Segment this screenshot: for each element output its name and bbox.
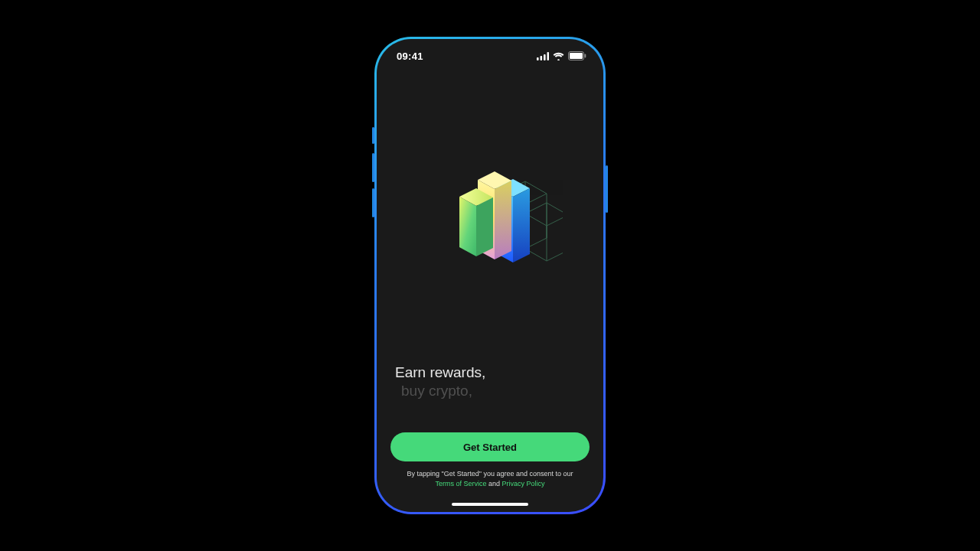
status-time: 09:41 — [397, 51, 423, 62]
svg-rect-2 — [544, 54, 546, 60]
svg-rect-3 — [547, 52, 550, 60]
privacy-policy-link[interactable]: Privacy Policy — [502, 480, 545, 487]
phone-side-button-volume-up — [372, 153, 374, 182]
wifi-icon — [553, 52, 564, 60]
consent-text: By tapping "Get Started" you agree and c… — [390, 469, 590, 489]
hero-illustration — [377, 73, 603, 364]
home-indicator[interactable] — [452, 503, 528, 506]
headline-text: Earn rewards, — [395, 364, 585, 382]
bar-chart-3d-icon — [417, 157, 563, 279]
screen: 09:41 — [377, 39, 603, 512]
svg-rect-0 — [537, 57, 539, 60]
consent-joiner: and — [486, 480, 501, 487]
cellular-icon — [537, 52, 549, 60]
cta-zone: Get Started By tapping "Get Started" you… — [377, 432, 603, 503]
status-bar: 09:41 — [377, 39, 603, 73]
battery-icon — [568, 51, 586, 60]
svg-rect-6 — [585, 54, 586, 58]
subline-text: buy crypto, — [401, 382, 585, 400]
consent-prefix: By tapping "Get Started" you agree and c… — [407, 470, 573, 478]
get-started-button[interactable]: Get Started — [390, 432, 590, 461]
terms-of-service-link[interactable]: Terms of Service — [435, 480, 486, 487]
svg-rect-1 — [541, 56, 543, 60]
status-icons — [537, 51, 586, 60]
onboarding-text: Earn rewards, buy crypto, — [377, 364, 603, 400]
phone-side-button-volume-down — [372, 188, 374, 217]
phone-side-button-power — [606, 165, 608, 213]
phone-side-button-silence — [372, 127, 374, 144]
svg-rect-5 — [570, 53, 583, 59]
phone-frame: 09:41 — [374, 37, 606, 514]
